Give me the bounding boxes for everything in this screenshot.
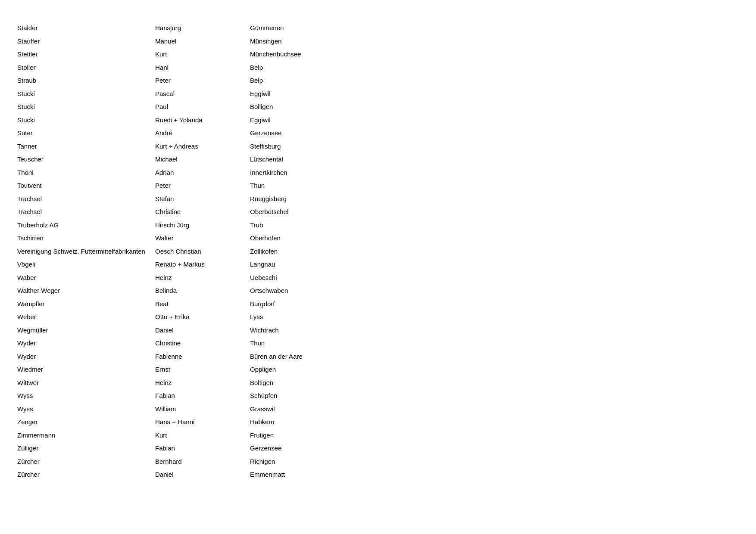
table-row: ZürcherBernhardRichigen <box>17 455 739 469</box>
first-name: Adrian <box>155 168 250 178</box>
table-row: StraubPeterBelp <box>17 74 739 87</box>
table-row: ZengerHans + HanniHabkern <box>17 416 739 429</box>
first-name: Ruedi + Yolanda <box>155 115 250 125</box>
last-name: Trachsel <box>17 207 155 217</box>
city: Gerzensee <box>250 444 739 453</box>
table-row: StuckiPaulBolligen <box>17 100 739 114</box>
first-name: Beat <box>155 299 250 309</box>
table-row: Truberholz AGHirschi JürgTrub <box>17 219 739 232</box>
city: Rüeggisberg <box>250 194 739 204</box>
city: Grasswil <box>250 404 739 414</box>
first-name: Peter <box>155 76 250 86</box>
table-row: TschirrenWalterOberhofen <box>17 232 739 245</box>
first-name: Otto + Erika <box>155 312 250 322</box>
last-name: Thöni <box>17 168 155 178</box>
first-name: Heinz <box>155 378 250 388</box>
city: Emmenmatt <box>250 470 739 480</box>
city: Thun <box>250 338 739 348</box>
table-row: Vereinigung Schweiz. Futtermittelfabrika… <box>17 245 739 258</box>
first-name: Pascal <box>155 89 250 99</box>
first-name: Peter <box>155 181 250 191</box>
last-name: Wyss <box>17 391 155 401</box>
table-row: ZulligerFabianGerzensee <box>17 442 739 455</box>
first-name: Christine <box>155 338 250 348</box>
last-name: Tschirren <box>17 233 155 243</box>
first-name: Renato + Markus <box>155 260 250 270</box>
last-name: Stucki <box>17 89 155 99</box>
first-name: Fabian <box>155 444 250 453</box>
last-name: Stauffer <box>17 37 155 47</box>
last-name: Wyss <box>17 404 155 414</box>
first-name: Bernhard <box>155 457 250 467</box>
table-row: ThöniAdrianInnertkirchen <box>17 166 739 180</box>
table-row: WegmüllerDanielWichtrach <box>17 324 739 337</box>
city: Gümmenen <box>250 23 739 33</box>
first-name: Heinz <box>155 273 250 283</box>
first-name: Kurt <box>155 50 250 59</box>
table-row: TrachselStefanRüeggisberg <box>17 192 739 206</box>
last-name: Weber <box>17 312 155 322</box>
first-name: Hani <box>155 63 250 73</box>
city: Münchenbuchsee <box>250 50 739 59</box>
first-name: William <box>155 404 250 414</box>
city: Bolligen <box>250 102 739 112</box>
last-name: Vereinigung Schweiz. Futtermittelfabrika… <box>17 247 155 257</box>
last-name: Stucki <box>17 102 155 112</box>
table-row: WyderFabienneBüren an der Aare <box>17 350 739 363</box>
table-row: StalderHansjürgGümmenen <box>17 22 739 35</box>
last-name: Toutvent <box>17 181 155 191</box>
table-row: VögeliRenato + MarkusLangnau <box>17 258 739 271</box>
table-row: WaberHeinzUebeschi <box>17 271 739 285</box>
table-row: WittwerHeinzBoltigen <box>17 376 739 390</box>
last-name: Zürcher <box>17 470 155 480</box>
first-name: Hans + Hanni <box>155 417 250 427</box>
last-name: Zenger <box>17 417 155 427</box>
city: Frutigen <box>250 431 739 441</box>
first-name: Stefan <box>155 194 250 204</box>
city: Belp <box>250 76 739 86</box>
last-name: Vögeli <box>17 260 155 270</box>
last-name: Truberholz AG <box>17 220 155 230</box>
first-name: Daniel <box>155 470 250 480</box>
last-name: Teuscher <box>17 155 155 165</box>
table-row: SuterAndréGerzensee <box>17 127 739 140</box>
last-name: Stettler <box>17 50 155 59</box>
city: Steffisburg <box>250 142 739 152</box>
city: Uebeschi <box>250 273 739 283</box>
table-row: ToutventPeterThun <box>17 179 739 192</box>
first-name: Fabienne <box>155 352 250 362</box>
last-name: Wyder <box>17 352 155 362</box>
table-row: WyssFabianSchüpfen <box>17 389 739 403</box>
city: Zollikofen <box>250 247 739 257</box>
city: Belp <box>250 63 739 73</box>
city: Habkern <box>250 417 739 427</box>
table-row: StuckiRuedi + YolandaEggiwil <box>17 114 739 127</box>
city: Eggiwil <box>250 89 739 99</box>
city: Trub <box>250 220 739 230</box>
table-row: StettlerKurtMünchenbuchsee <box>17 48 739 61</box>
last-name: Wittwer <box>17 378 155 388</box>
first-name: Daniel <box>155 326 250 335</box>
city: Gerzensee <box>250 128 739 138</box>
city: Münsingen <box>250 37 739 47</box>
first-name: Ernst <box>155 365 250 375</box>
last-name: Zimmermann <box>17 431 155 441</box>
table-row: TeuscherMichaelLütschental <box>17 153 739 166</box>
first-name: Christine <box>155 207 250 217</box>
table-row: WiedmerErnstOppligen <box>17 363 739 376</box>
table-row: ZürcherDanielEmmenmatt <box>17 468 739 481</box>
first-name: Belinda <box>155 286 250 296</box>
city: Burgdorf <box>250 299 739 309</box>
table-row: WyderChristineThun <box>17 337 739 350</box>
city: Oberhofen <box>250 233 739 243</box>
table-row: StollerHaniBelp <box>17 61 739 75</box>
table-row: StuckiPascalEggiwil <box>17 87 739 101</box>
table-row: Walther WegerBelindaOrtschwaben <box>17 284 739 298</box>
last-name: Walther Weger <box>17 286 155 296</box>
first-name: André <box>155 128 250 138</box>
city: Oberbütschel <box>250 207 739 217</box>
last-name: Suter <box>17 128 155 138</box>
city: Richigen <box>250 457 739 467</box>
city: Büren an der Aare <box>250 352 739 362</box>
first-name: Manuel <box>155 37 250 47</box>
